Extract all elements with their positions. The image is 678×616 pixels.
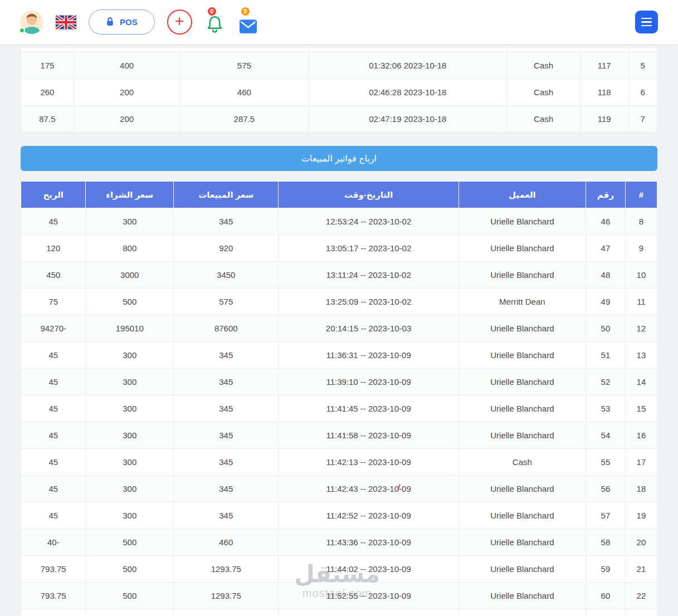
number-cell: 52 bbox=[586, 369, 626, 395]
clipped-row bbox=[21, 48, 657, 52]
sales-cell: 345 bbox=[174, 422, 279, 449]
table-row: 4530034511:39:10 -- 2023-10-09Urielle Bl… bbox=[21, 369, 657, 395]
client-cell: Urielle Blanchard bbox=[458, 342, 586, 369]
datetime-cell: 02:46:28 2023-10-18 bbox=[309, 79, 507, 106]
idx-cell: 18 bbox=[625, 476, 657, 502]
language-flag-uk[interactable] bbox=[56, 15, 76, 30]
number-cell: 119 bbox=[580, 106, 628, 133]
add-button[interactable]: + bbox=[167, 9, 192, 35]
pos-button-label: POS bbox=[120, 17, 138, 27]
sales-cell: 460 bbox=[180, 79, 309, 106]
number-cell: 59 bbox=[586, 556, 626, 583]
section-banner: ارباح فواتير المبيعات bbox=[21, 146, 657, 171]
number-cell: 117 bbox=[580, 52, 628, 79]
profit-cell: 75 bbox=[21, 289, 86, 315]
sales-cell: 1293.75 bbox=[174, 556, 279, 583]
messages-badge: 0 bbox=[240, 6, 251, 17]
client-cell: Urielle Blanchard bbox=[458, 556, 586, 583]
client-cell: Urielle Blanchard bbox=[458, 422, 586, 449]
client-cell: Urielle Blanchard bbox=[458, 315, 586, 342]
idx-cell: 12 bbox=[625, 315, 657, 342]
plus-icon: + bbox=[175, 13, 184, 29]
client-cell: Urielle Blanchard bbox=[458, 235, 586, 262]
notifications-badge: 0 bbox=[207, 6, 217, 17]
datetime-cell: 13:11:24 -- 2023-10-02 bbox=[279, 262, 458, 289]
sales-cell: 920 bbox=[174, 235, 279, 262]
sales-cell: 345 bbox=[174, 342, 279, 369]
sales-cell: 575 bbox=[174, 289, 279, 315]
purchase-cell: 400 bbox=[74, 52, 180, 79]
sales-cell: 345 bbox=[174, 369, 279, 395]
purchase-cell: 500 bbox=[86, 289, 174, 315]
datetime-cell: 11:43:36 -- 2023-10-09 bbox=[279, 529, 458, 556]
purchase-cell: 300 bbox=[86, 502, 174, 529]
column-header-number: رقم bbox=[586, 182, 626, 208]
idx-cell: 13 bbox=[625, 342, 657, 369]
hamburger-icon bbox=[641, 18, 652, 19]
datetime-cell: 02:47:19 2023-10-18 bbox=[309, 106, 507, 133]
section-banner-title: ارباح فواتير المبيعات bbox=[301, 153, 377, 164]
bell-icon bbox=[206, 15, 223, 33]
purchase-cell: 195010 bbox=[86, 315, 174, 342]
number-cell: 57 bbox=[586, 502, 626, 529]
sales-cell: 345 bbox=[174, 476, 279, 502]
number-cell: 55 bbox=[586, 449, 626, 476]
purchase-cell: 200 bbox=[74, 79, 180, 106]
profit-cell: 45 bbox=[21, 502, 86, 529]
purchase-cell: 300 bbox=[86, 369, 174, 395]
client-cell: Cash bbox=[507, 79, 580, 106]
number-cell: 46 bbox=[586, 208, 626, 235]
table-row: 7550057513:25:09 -- 2023-10-02Merritt De… bbox=[21, 289, 657, 315]
table-row: 94270-1950108760020:14:15 -- 2023-10-03U… bbox=[21, 315, 657, 342]
column-header-index: # bbox=[625, 182, 657, 208]
profit-cell: 45 bbox=[21, 395, 86, 422]
table-row: 87.5200287.502:47:19 2023-10-18Cash1197 bbox=[21, 106, 657, 133]
datetime-cell: 11:41:45 -- 2023-10-09 bbox=[279, 395, 458, 422]
profit-cell: 260 bbox=[21, 79, 74, 106]
sales-cell: 3450 bbox=[174, 262, 279, 289]
table-row: 17540057501:32:06 2023-10-18Cash1175 bbox=[21, 52, 657, 79]
purchase-cell: 3000 bbox=[86, 262, 174, 289]
menu-button[interactable] bbox=[635, 11, 658, 33]
lock-icon bbox=[106, 17, 114, 28]
profit-cell: 40- bbox=[21, 529, 86, 556]
sales-cell: 345 bbox=[174, 502, 279, 529]
client-cell: Urielle Blanchard bbox=[458, 529, 586, 556]
column-header-client: العميل bbox=[458, 182, 586, 208]
sales-cell: 87600 bbox=[174, 315, 279, 342]
profit-cell: 45 bbox=[21, 369, 86, 395]
idx-cell: 22 bbox=[625, 583, 657, 609]
number-cell: 49 bbox=[586, 289, 626, 315]
table-row: 4530034511:42:13 -- 2023-10-09Cash5517 bbox=[21, 449, 657, 476]
number-cell: 53 bbox=[586, 395, 626, 422]
profit-cell: 45 bbox=[21, 476, 86, 502]
profit-cell: 793.75 bbox=[21, 583, 86, 609]
purchase-cell: 500 bbox=[86, 556, 174, 583]
idx-cell: 14 bbox=[625, 369, 657, 395]
idx-cell: 8 bbox=[625, 208, 657, 235]
number-cell: 47 bbox=[586, 235, 626, 262]
user-avatar[interactable] bbox=[20, 11, 43, 34]
number-cell: 48 bbox=[586, 262, 626, 289]
client-cell: Merritt Dean bbox=[458, 289, 586, 315]
idx-cell: 9 bbox=[625, 235, 657, 262]
idx-cell: 21 bbox=[625, 556, 657, 583]
purchase-cell: 200 bbox=[74, 106, 180, 133]
previous-invoices-table: 17540057501:32:06 2023-10-18Cash11752602… bbox=[21, 48, 657, 133]
purchase-cell: 300 bbox=[86, 342, 174, 369]
envelope-icon bbox=[240, 19, 257, 33]
datetime-cell: 11:42:52 -- 2023-10-09 bbox=[279, 502, 458, 529]
pos-button[interactable]: POS bbox=[89, 9, 155, 35]
number-cell: 58 bbox=[586, 529, 626, 556]
table-row: 4530034511:41:45 -- 2023-10-09Urielle Bl… bbox=[21, 395, 657, 422]
messages-button[interactable]: 0 bbox=[238, 11, 259, 33]
notifications-button[interactable]: 0 bbox=[204, 11, 226, 33]
datetime-cell: 11:52:55 -- 2023-10-09 bbox=[279, 583, 458, 609]
number-cell: 54 bbox=[586, 422, 626, 449]
datetime-cell: 11:42:43 -- 2023-10-09 bbox=[279, 476, 458, 502]
idx-cell: 19 bbox=[625, 502, 657, 529]
sales-table-header-row: الربح سعر الشراء سعر المبيعات التاريخ-وق… bbox=[21, 182, 657, 208]
purchase-cell: 500 bbox=[86, 583, 174, 609]
idx-cell: 6 bbox=[628, 79, 657, 106]
profit-cell: 450 bbox=[21, 262, 86, 289]
